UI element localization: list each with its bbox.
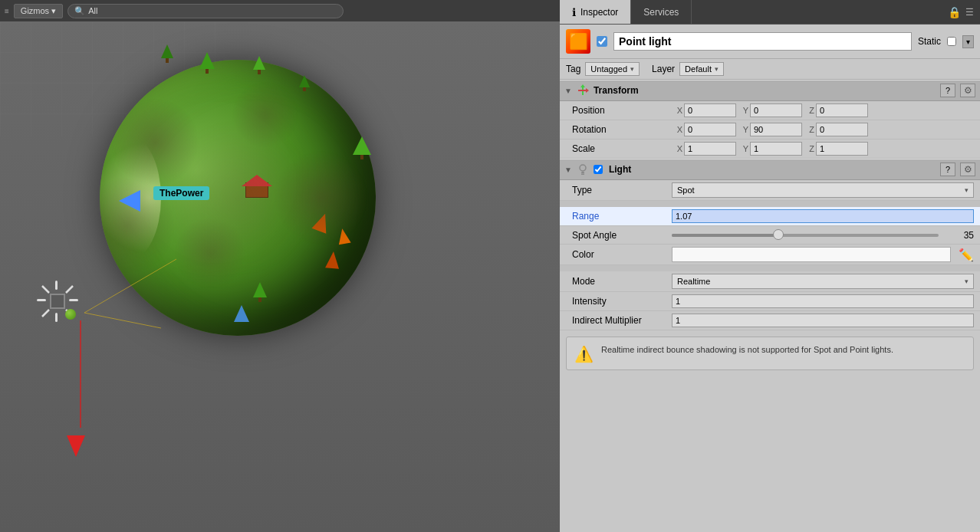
transform-collapse-icon[interactable]: ▼ <box>564 87 572 95</box>
light-gear-button[interactable]: ⚙ <box>960 163 975 176</box>
rot-y-label: Y <box>738 125 748 134</box>
svg-marker-19 <box>586 88 589 93</box>
object-name-input[interactable] <box>613 32 912 51</box>
gizmos-button[interactable]: Gizmos ▾ <box>14 4 63 18</box>
tab-services[interactable]: Services <box>631 0 692 24</box>
position-y-input[interactable] <box>750 103 802 117</box>
transform-icon <box>577 84 589 97</box>
spot-angle-row: Spot Angle 35 <box>560 226 980 245</box>
light-object[interactable] <box>38 282 77 320</box>
type-dropdown-arrow: ▾ <box>965 186 968 194</box>
orange-cone-3 <box>325 251 340 268</box>
tag-dropdown-arrow: ▾ <box>630 65 634 73</box>
transform-help-button[interactable]: ? <box>940 84 955 97</box>
intensity-input[interactable] <box>672 294 974 308</box>
position-fields: X Y Z <box>672 103 974 117</box>
light-title: Light <box>609 164 936 175</box>
layer-dropdown[interactable]: Default ▾ <box>679 62 724 76</box>
color-swatch[interactable] <box>672 247 951 262</box>
viewport-toolbar: ≡ Gizmos ▾ 🔍 <box>0 0 560 21</box>
tag-value: Untagged <box>590 64 627 74</box>
range-row: Range <box>560 207 980 226</box>
rotation-z-input[interactable] <box>816 123 868 136</box>
object-active-checkbox[interactable] <box>597 36 607 47</box>
pos-x-label: X <box>672 106 682 115</box>
viewport[interactable]: ≡ Gizmos ▾ 🔍 <box>0 0 560 532</box>
type-dropdown[interactable]: Spot ▾ <box>672 182 974 198</box>
search-box[interactable]: 🔍 <box>67 4 344 18</box>
scale-x-input[interactable] <box>684 142 736 156</box>
scale-y-label: Y <box>738 144 748 153</box>
static-dropdown-arrow[interactable]: ▾ <box>962 35 974 48</box>
tab-inspector[interactable]: ℹ Inspector <box>560 0 631 24</box>
type-value: Spot <box>677 186 695 195</box>
scale-row: Scale X Y Z <box>560 140 980 159</box>
menu-icon[interactable]: ☰ <box>965 7 974 18</box>
rotation-row: Rotation X Y Z <box>560 120 980 140</box>
rotation-fields: X Y Z <box>672 123 974 136</box>
pos-z-label: Z <box>804 106 814 115</box>
light-help-button[interactable]: ? <box>940 163 955 176</box>
mode-dropdown[interactable]: Realtime ▾ <box>672 274 974 289</box>
inspector-tab-icon: ℹ <box>572 6 576 18</box>
position-label: Position <box>572 105 672 116</box>
spot-angle-thumb[interactable] <box>773 229 784 240</box>
transform-title: Transform <box>594 85 936 96</box>
color-label: Color <box>572 249 672 260</box>
tree-5 <box>353 136 371 159</box>
hanging-line <box>61 320 100 451</box>
spot-angle-slider-container: 35 <box>672 230 974 241</box>
spot-angle-slider-track[interactable] <box>672 234 939 237</box>
indirect-input[interactable] <box>672 314 974 327</box>
range-input[interactable] <box>672 209 974 223</box>
svg-line-10 <box>84 313 161 328</box>
tree-3 <box>253 56 265 74</box>
light-collapse-icon[interactable]: ▼ <box>564 166 572 174</box>
light-active-checkbox[interactable] <box>594 165 603 174</box>
position-x-input[interactable] <box>684 103 736 117</box>
indirect-label: Indirect Multiplier <box>572 315 672 326</box>
blue-cone-bottom <box>234 305 249 322</box>
services-tab-label: Services <box>643 7 679 18</box>
planet-sphere <box>100 60 376 336</box>
scale-label: Scale <box>572 143 672 154</box>
mode-dropdown-arrow: ▾ <box>965 277 968 285</box>
transform-section-header[interactable]: ▼ Transform ? ⚙ <box>560 80 980 101</box>
inspector-tab-label: Inspector <box>580 7 618 18</box>
tag-dropdown[interactable]: Untagged ▾ <box>585 62 640 76</box>
lock-icon[interactable]: 🔒 <box>948 6 961 18</box>
static-checkbox[interactable] <box>947 37 956 46</box>
layer-value: Default <box>685 64 712 74</box>
object-cube-icon: 🟧 <box>566 29 590 54</box>
red-cone <box>67 435 85 457</box>
inspector-tabs: ℹ Inspector Services 🔒 ☰ <box>560 0 980 25</box>
color-row: Color ✏️ <box>560 245 980 265</box>
mode-row: Mode Realtime ▾ <box>560 271 980 292</box>
tree-1 <box>161 44 173 63</box>
scale-y-input[interactable] <box>750 142 802 156</box>
scale-z-input[interactable] <box>816 142 868 156</box>
indirect-row: Indirect Multiplier <box>560 311 980 330</box>
spot-angle-value: 35 <box>943 230 974 241</box>
rotation-label: Rotation <box>572 124 672 135</box>
building <box>245 182 268 198</box>
tree-4 <box>299 75 310 91</box>
spot-angle-label: Spot Angle <box>572 230 672 241</box>
rotation-x-input[interactable] <box>684 123 736 136</box>
eyedropper-icon[interactable]: ✏️ <box>959 248 974 262</box>
svg-line-12 <box>66 286 73 293</box>
tree-2 <box>199 52 215 74</box>
svg-point-20 <box>580 165 586 171</box>
svg-line-13 <box>42 310 49 317</box>
toolbar-collapse-icon[interactable]: ≡ <box>5 7 9 15</box>
light-section-header[interactable]: ▼ Light ? ⚙ <box>560 159 980 180</box>
rot-x-label: X <box>672 125 682 134</box>
position-z-input[interactable] <box>816 103 868 117</box>
transform-section: ▼ Transform ? ⚙ Position X Y Z <box>560 80 980 159</box>
rotation-y-input[interactable] <box>750 123 802 136</box>
inspector-panel: ℹ Inspector Services 🔒 ☰ 🟧 Static ▾ Tag … <box>560 0 980 532</box>
transform-gear-button[interactable]: ⚙ <box>960 84 975 97</box>
search-input[interactable] <box>88 6 337 15</box>
thepower-label: ThePower <box>153 186 209 200</box>
scale-z-label: Z <box>804 144 814 153</box>
